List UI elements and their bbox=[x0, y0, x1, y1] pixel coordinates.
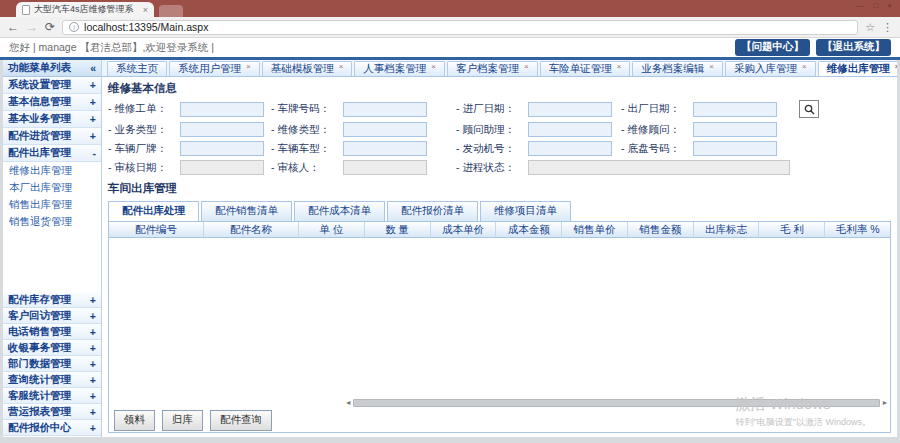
sidebar-item-parts-quote-center[interactable]: 配件报价中心 + bbox=[3, 420, 101, 436]
tab-base-template[interactable]: 基础模板管理× bbox=[262, 61, 353, 76]
sidebar-item-operation-reports[interactable]: 营运报表管理 + bbox=[3, 404, 101, 420]
subtab-parts-outbound-process[interactable]: 配件出库处理 bbox=[108, 201, 199, 221]
page-info-icon[interactable]: i bbox=[69, 22, 79, 32]
exit-date-input[interactable] bbox=[693, 102, 777, 117]
bookmark-star-icon[interactable]: ☆ bbox=[865, 21, 875, 34]
tab-close-icon[interactable]: × bbox=[895, 62, 897, 71]
sidebar-item-cashier-affairs[interactable]: 收银事务管理 + bbox=[3, 340, 101, 356]
subtab-parts-cost-list[interactable]: 配件成本清单 bbox=[294, 201, 385, 221]
repair-type-input[interactable] bbox=[343, 122, 427, 137]
sidebar-item-query-statistics[interactable]: 查询统计管理 + bbox=[3, 372, 101, 388]
expand-icon[interactable]: + bbox=[90, 294, 96, 306]
return-to-stock-button[interactable]: 归库 bbox=[162, 410, 203, 431]
repair-order-input[interactable] bbox=[180, 102, 264, 117]
tab-close-icon[interactable]: × bbox=[431, 62, 436, 71]
repair-advisor-input[interactable] bbox=[693, 122, 777, 137]
column-header-outbound-flag[interactable]: 出库标志 bbox=[694, 222, 760, 237]
expand-icon[interactable]: + bbox=[90, 96, 96, 108]
column-header-gross-margin[interactable]: 毛利率 % bbox=[825, 222, 890, 237]
back-icon[interactable]: ← bbox=[7, 21, 19, 33]
sidebar-subitem-sales-outbound[interactable]: 销售出库管理 bbox=[3, 196, 101, 213]
column-header-part-name[interactable]: 配件名称 bbox=[204, 222, 299, 237]
tab-close-icon[interactable]: × bbox=[617, 62, 622, 71]
tab-close-icon[interactable]: × bbox=[143, 5, 148, 15]
column-header-quantity[interactable]: 数 量 bbox=[365, 222, 431, 237]
window-close-icon[interactable]: × bbox=[887, 2, 892, 10]
sidebar-subitem-factory-outbound[interactable]: 本厂出库管理 bbox=[3, 179, 101, 196]
sidebar-item-parts-purchase[interactable]: 配件进货管理 + bbox=[3, 128, 101, 145]
refresh-icon[interactable]: ⟳ bbox=[45, 21, 55, 33]
sidebar-subitem-sales-return[interactable]: 销售退货管理 bbox=[3, 213, 101, 230]
browser-tab[interactable]: 大型汽车4s店维修管理系 × bbox=[16, 2, 154, 17]
parts-query-button[interactable]: 配件查询 bbox=[210, 410, 272, 431]
vehicle-model-input[interactable] bbox=[343, 141, 427, 156]
expand-icon[interactable]: + bbox=[90, 310, 96, 322]
column-header-part-number[interactable]: 配件编号 bbox=[109, 222, 204, 237]
tab-insurance-docs[interactable]: 车险单证管理× bbox=[540, 61, 631, 76]
business-type-input[interactable] bbox=[180, 122, 264, 137]
column-header-gross-profit[interactable]: 毛 利 bbox=[759, 222, 825, 237]
sidebar-item-department-data[interactable]: 部门数据管理 + bbox=[3, 356, 101, 372]
sidebar-item-phone-sales[interactable]: 电话销售管理 + bbox=[3, 324, 101, 340]
scroll-right-icon[interactable]: ► bbox=[880, 398, 890, 408]
question-center-button[interactable]: 【问题中心】 bbox=[735, 39, 810, 56]
sidebar-item-parts-stock[interactable]: 配件库存管理 + bbox=[3, 292, 101, 308]
sidebar-collapse-icon[interactable]: « bbox=[90, 62, 96, 74]
plate-number-input[interactable] bbox=[343, 102, 427, 117]
tab-hr-archives[interactable]: 人事档案管理× bbox=[354, 61, 445, 76]
maximize-icon[interactable]: □ bbox=[873, 2, 878, 10]
advisor-assistant-input[interactable] bbox=[528, 122, 612, 137]
scroll-left-icon[interactable]: ◄ bbox=[343, 398, 353, 408]
tab-close-icon[interactable]: × bbox=[709, 62, 714, 71]
tab-close-icon[interactable]: × bbox=[802, 62, 807, 71]
forward-icon[interactable]: → bbox=[26, 21, 38, 33]
sidebar-item-system-settings[interactable]: 系统设置管理 + bbox=[3, 77, 101, 94]
minimize-icon[interactable]: — bbox=[856, 2, 864, 10]
tab-purchase-inbound[interactable]: 采购入库管理× bbox=[725, 61, 816, 76]
chassis-number-input[interactable] bbox=[693, 141, 777, 156]
tab-system-home[interactable]: 系统主页 bbox=[107, 61, 167, 76]
sidebar-subitem-repair-outbound[interactable]: 维修出库管理 bbox=[3, 162, 101, 179]
column-header-sale-amount[interactable]: 销售金额 bbox=[628, 222, 694, 237]
sidebar-item-basic-info[interactable]: 基本信息管理 + bbox=[3, 94, 101, 111]
tab-business-archive-edit[interactable]: 业务档案编辑× bbox=[632, 61, 723, 76]
expand-icon[interactable]: + bbox=[90, 130, 96, 142]
collapse-group-icon[interactable]: - bbox=[93, 147, 97, 159]
sidebar-item-service-statistics[interactable]: 客服统计管理 + bbox=[3, 388, 101, 404]
expand-icon[interactable]: + bbox=[90, 422, 96, 434]
expand-icon[interactable]: + bbox=[90, 374, 96, 386]
subtab-repair-item-list[interactable]: 维修项目清单 bbox=[480, 201, 571, 221]
column-header-cost-amount[interactable]: 成本金额 bbox=[496, 222, 562, 237]
expand-icon[interactable]: + bbox=[90, 113, 96, 125]
engine-number-input[interactable] bbox=[528, 141, 612, 156]
sidebar-item-customer-followup[interactable]: 客户回访管理 + bbox=[3, 308, 101, 324]
expand-icon[interactable]: + bbox=[90, 390, 96, 402]
expand-icon[interactable]: + bbox=[90, 342, 96, 354]
subtab-parts-quote-list[interactable]: 配件报价清单 bbox=[387, 201, 478, 221]
tab-customer-archives[interactable]: 客户档案管理× bbox=[447, 61, 538, 76]
expand-icon[interactable]: + bbox=[90, 406, 96, 418]
sidebar-item-parts-outbound[interactable]: 配件出库管理 - bbox=[3, 145, 101, 162]
new-tab-button[interactable] bbox=[159, 5, 183, 17]
column-header-sale-price[interactable]: 销售单价 bbox=[562, 222, 628, 237]
expand-icon[interactable]: + bbox=[90, 358, 96, 370]
url-text[interactable]: localhost:13395/Main.aspx bbox=[84, 21, 208, 33]
browser-menu-icon[interactable]: ⋮ bbox=[882, 21, 893, 34]
column-header-cost-price[interactable]: 成本单价 bbox=[431, 222, 497, 237]
address-bar[interactable]: i localhost:13395/Main.aspx bbox=[62, 20, 858, 35]
expand-icon[interactable]: + bbox=[90, 326, 96, 338]
scrollbar-thumb[interactable] bbox=[353, 399, 880, 407]
entry-date-input[interactable] bbox=[528, 102, 612, 117]
column-header-unit[interactable]: 单 位 bbox=[299, 222, 365, 237]
pick-material-button[interactable]: 领料 bbox=[114, 410, 155, 431]
tab-repair-outbound[interactable]: 维修出库管理× bbox=[818, 61, 897, 76]
tab-close-icon[interactable]: × bbox=[246, 62, 251, 71]
sidebar-item-basic-business[interactable]: 基本业务管理 + bbox=[3, 111, 101, 128]
logout-button[interactable]: 【退出系统】 bbox=[816, 39, 891, 56]
tab-close-icon[interactable]: × bbox=[339, 62, 344, 71]
subtab-parts-sales-list[interactable]: 配件销售清单 bbox=[201, 201, 292, 221]
tab-system-users[interactable]: 系统用户管理× bbox=[169, 61, 260, 76]
search-button[interactable] bbox=[799, 100, 819, 118]
tab-close-icon[interactable]: × bbox=[524, 62, 529, 71]
vehicle-brand-input[interactable] bbox=[180, 141, 264, 156]
